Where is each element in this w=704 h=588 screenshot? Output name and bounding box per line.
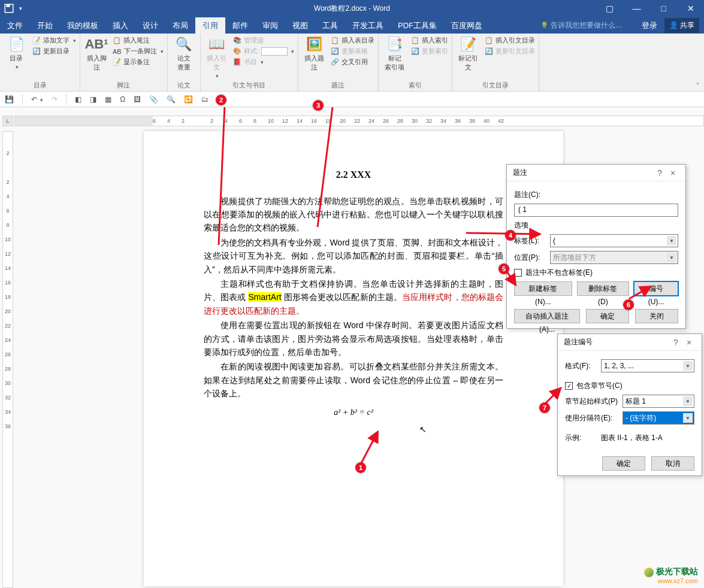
ok-button[interactable]: 确定 <box>586 309 629 323</box>
add-text-button[interactable]: 📝 添加文字 ▾ <box>32 36 76 45</box>
tab-mailings[interactable]: 邮件 <box>225 17 255 34</box>
auto-insert-button[interactable]: 自动插入题注(A)... <box>514 309 580 323</box>
qat-icon-8[interactable]: 🔁 <box>184 95 193 104</box>
qat-icon-5[interactable]: 🖼 <box>134 95 141 104</box>
insert-citation-button[interactable]: 📖 插入引文 ▾ <box>204 36 229 79</box>
mark-citation-label: 标记引文 <box>456 54 481 72</box>
vertical-ruler[interactable]: 224681012141618202224262830323436 <box>2 131 13 588</box>
qat-icon-9[interactable]: 🗂 <box>201 95 209 104</box>
update-index-button[interactable]: 🔄 更新索引 <box>411 47 448 56</box>
ribbon-display-options[interactable]: ▢ <box>596 0 623 17</box>
login-button[interactable]: 登录 <box>634 17 664 34</box>
group-caption-label: 题注 <box>302 80 374 90</box>
document-page[interactable]: 2.2 XXX 视频提供了功能强大的方法帮助您证明您的观点。当您单击联机视频时，… <box>144 131 563 586</box>
position-combo: 所选项目下方▼ <box>550 251 678 264</box>
next-footnote-button[interactable]: AB 下一条脚注 ▾ <box>113 47 164 56</box>
group-caption: 🖼️ 插入题注 📋 插入表目录 🔄 更新表格 🔗 交叉引用 题注 <box>298 34 379 91</box>
tab-design[interactable]: 设计 <box>135 17 165 34</box>
close-icon[interactable]: × <box>666 168 679 178</box>
toc-button[interactable]: 📄 目录 ▾ <box>4 36 29 70</box>
minimize-button[interactable]: — <box>623 0 650 17</box>
qat-icon-2[interactable]: ◨ <box>90 95 96 104</box>
save-icon[interactable] <box>4 3 14 14</box>
badge-5: 5 <box>498 263 509 274</box>
help-icon[interactable]: ? <box>669 338 682 347</box>
share-button[interactable]: 👤 共享 <box>664 18 699 33</box>
close-icon[interactable]: × <box>682 338 696 347</box>
cancel-button[interactable]: 取消 <box>651 456 694 471</box>
update-toc-button[interactable]: 🔄 更新目录 <box>32 47 76 56</box>
mark-index-label: 标记 索引项 <box>385 54 404 72</box>
tab-baidu-pan[interactable]: 百度网盘 <box>444 17 490 34</box>
insert-endnote-button[interactable]: 📋 插入尾注 <box>113 36 164 45</box>
caption-dialog-titlebar[interactable]: 题注 ? × <box>507 165 685 181</box>
thesis-check-button[interactable]: 🔍 论文 查重 <box>171 36 197 72</box>
include-chapter-label: 包含章节号(C) <box>576 381 623 391</box>
qat-icon-6[interactable]: 📎 <box>149 95 158 104</box>
new-label-button[interactable]: 新建标签(N)... <box>514 281 572 296</box>
insert-citation-label: 插入引文 <box>204 54 229 72</box>
tab-tools[interactable]: 工具 <box>315 17 345 34</box>
update-toa-button[interactable]: 🔄 更新引文目录 <box>485 47 535 56</box>
qat-menu-icon[interactable]: ▾ <box>19 5 22 11</box>
format-combo[interactable]: 1, 2, 3, ...▼ <box>601 359 694 372</box>
insert-caption-button[interactable]: 🖼️ 插入题注 <box>302 36 327 72</box>
watermark-logo-icon <box>644 568 654 577</box>
tab-my-templates[interactable]: 我的模板 <box>60 17 105 34</box>
include-chapter-checkbox[interactable]: ✓ <box>565 382 573 390</box>
manage-sources-button[interactable]: 📚 管理源 <box>233 36 294 45</box>
mark-index-button[interactable]: 📑 标记 索引项 <box>382 36 407 72</box>
tab-review[interactable]: 审阅 <box>255 17 285 34</box>
save-icon-qat[interactable]: 💾 <box>5 95 14 104</box>
tab-file[interactable]: 文件 <box>0 17 30 34</box>
maximize-button[interactable]: □ <box>650 0 677 17</box>
collapse-ribbon-icon[interactable]: ˄ <box>696 82 699 89</box>
bibliography-button[interactable]: 📕 书目 ▾ <box>233 57 294 66</box>
tell-me-input[interactable]: 告诉我您想要做什么… <box>540 20 623 31</box>
group-footnote: AB¹ 插入脚注 📋 插入尾注 AB 下一条脚注 ▾ 📝 显示备注 脚注 <box>80 34 168 91</box>
qat-icon-1[interactable]: ◧ <box>75 95 81 104</box>
tab-view[interactable]: 视图 <box>285 17 315 34</box>
tab-layout[interactable]: 布局 <box>165 17 195 34</box>
style-dropdown[interactable]: 🎨 样式: ▾ <box>233 47 294 56</box>
ok-button[interactable]: 确定 <box>602 456 645 471</box>
insert-footnote-button[interactable]: AB¹ 插入脚注 <box>84 36 109 72</box>
group-thesis-label: 论文 <box>171 80 197 90</box>
group-index-label: 索引 <box>382 80 448 90</box>
show-notes-button[interactable]: 📝 显示备注 <box>113 57 164 66</box>
exclude-checkbox[interactable] <box>514 269 522 277</box>
cross-reference-button[interactable]: 🔗 交叉引用 <box>331 57 374 66</box>
insert-figure-toc-button[interactable]: 📋 插入表目录 <box>331 36 374 45</box>
update-toc-label: 更新目录 <box>43 47 70 56</box>
tab-references[interactable]: 引用 <box>195 17 225 34</box>
delete-label-button[interactable]: 删除标签(D) <box>577 281 629 296</box>
tab-insert[interactable]: 插入 <box>105 17 135 34</box>
separator-combo[interactable]: - (连字符)▼ <box>623 411 694 425</box>
group-toa-label: 引文目录 <box>456 80 535 90</box>
label-combo[interactable]: (▼ <box>550 234 678 247</box>
numbering-dialog-titlebar[interactable]: 题注编号 ? × <box>558 334 702 351</box>
numbering-button[interactable]: 编号(U)... <box>634 281 678 296</box>
group-toa: 📝 标记引文 📋 插入引文目录 🔄 更新引文目录 引文目录 <box>452 34 539 91</box>
qat-icon-3[interactable]: ▦ <box>105 95 111 104</box>
help-icon[interactable]: ? <box>653 168 666 178</box>
close-dialog-button[interactable]: 关闭 <box>635 309 678 323</box>
insert-index-button[interactable]: 📋 插入索引 <box>411 36 448 45</box>
redo-button[interactable]: ↷ <box>52 95 58 104</box>
horizontal-ruler[interactable]: 6422468101214161820222426283032343638404… <box>14 116 704 126</box>
chapter-style-combo[interactable]: 标题 1▼ <box>623 395 694 408</box>
qat-icon-4[interactable]: Ω <box>120 95 125 104</box>
tab-pdf-tools[interactable]: PDF工具集 <box>391 17 444 34</box>
mark-citation-button[interactable]: 📝 标记引文 <box>456 36 481 72</box>
update-toa-label: 更新引文目录 <box>495 47 535 56</box>
undo-button[interactable]: ↶ ▾ <box>31 95 43 104</box>
caption-input[interactable]: ( 1 <box>514 204 678 217</box>
format-combo-value: 1, 2, 3, ... <box>604 362 634 370</box>
update-table-button[interactable]: 🔄 更新表格 <box>331 47 374 56</box>
tab-home[interactable]: 开始 <box>30 17 60 34</box>
close-button[interactable]: ✕ <box>677 0 704 17</box>
formula: a² + b² = c² <box>204 406 503 419</box>
qat-icon-7[interactable]: 🔍 <box>167 95 176 104</box>
insert-toa-button[interactable]: 📋 插入引文目录 <box>485 36 535 45</box>
tab-developer[interactable]: 开发工具 <box>345 17 391 34</box>
